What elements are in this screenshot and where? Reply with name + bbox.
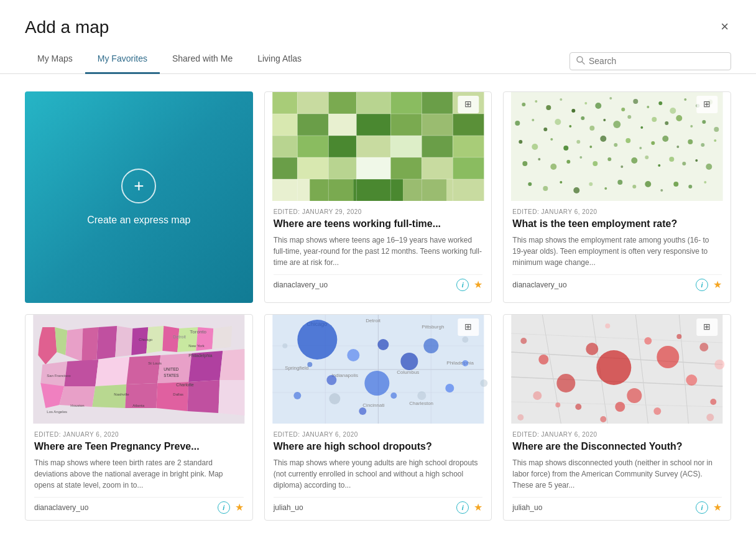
svg-text:Toronto: Toronto	[190, 329, 206, 335]
card-footer: dianaclavery_uo i ★	[512, 274, 722, 291]
svg-point-54	[572, 109, 576, 113]
card-author: juliah_uo	[274, 503, 303, 512]
svg-rect-17	[272, 136, 297, 157]
svg-point-231	[556, 402, 561, 407]
svg-rect-35	[446, 179, 484, 201]
svg-point-192	[326, 375, 336, 385]
card-actions: i ★	[456, 279, 482, 291]
svg-point-68	[544, 128, 548, 131]
svg-point-52	[546, 105, 551, 110]
info-button[interactable]: i	[696, 279, 708, 291]
star-button[interactable]: ★	[713, 501, 722, 513]
card-edited-date: EDITED: JANUARY 6, 2020	[512, 208, 722, 215]
card-edited-date: EDITED: JANUARY 6, 2020	[512, 431, 722, 438]
map-card[interactable]: ⊞ EDITED: JANUARY 29, 2020 Where are tee…	[264, 91, 492, 303]
info-button[interactable]: i	[456, 279, 469, 291]
info-button[interactable]: i	[218, 501, 230, 514]
info-button[interactable]: i	[696, 501, 708, 514]
tab-shared-with-me[interactable]: Shared with Me	[160, 49, 245, 74]
svg-rect-19	[328, 136, 356, 157]
info-button[interactable]: i	[456, 501, 469, 514]
svg-point-108	[645, 156, 649, 159]
card-footer: juliah_uo i ★	[274, 497, 483, 514]
svg-point-124	[674, 182, 679, 187]
card-description: This map shows the employment rate among…	[512, 235, 722, 268]
svg-point-89	[601, 136, 607, 142]
map-card[interactable]: San Francisco Los Angeles Chicago St Lou…	[25, 314, 253, 521]
svg-marker-141	[212, 326, 232, 349]
svg-text:⊞: ⊞	[464, 322, 472, 332]
star-button[interactable]: ★	[235, 501, 244, 513]
tab-living-atlas[interactable]: Living Atlas	[245, 49, 314, 74]
tabs-row: My Maps My Favorites Shared with Me Livi…	[0, 37, 756, 74]
svg-text:Cincinnati: Cincinnati	[362, 402, 384, 408]
svg-rect-29	[422, 157, 453, 179]
svg-point-112	[696, 159, 698, 162]
svg-rect-27	[356, 157, 390, 179]
star-button[interactable]: ★	[474, 501, 482, 513]
svg-point-95	[677, 146, 680, 148]
search-input[interactable]	[589, 56, 724, 66]
star-button[interactable]: ★	[474, 279, 482, 290]
svg-marker-144	[95, 357, 129, 386]
map-card[interactable]: ⊞ EDITED: JANUARY 6, 2020 What is the te…	[503, 91, 731, 303]
card-author: dianaclavery_uo	[34, 503, 88, 512]
card-title: Where are the Disconnected Youth?	[512, 440, 722, 453]
tab-my-maps[interactable]: My Maps	[25, 49, 85, 74]
svg-point-58	[622, 108, 625, 111]
card-edited-date: EDITED: JANUARY 6, 2020	[34, 431, 244, 438]
svg-point-88	[590, 146, 592, 148]
svg-point-120	[618, 180, 623, 185]
svg-point-79	[676, 115, 683, 121]
svg-point-230	[521, 338, 527, 344]
close-button[interactable]: ×	[718, 17, 731, 36]
svg-text:⊞: ⊞	[464, 99, 472, 109]
svg-point-67	[532, 119, 535, 121]
svg-rect-49	[512, 92, 723, 201]
svg-point-73	[604, 119, 606, 121]
svg-text:Springfield: Springfield	[285, 365, 308, 371]
map-card[interactable]: Chicago Detroit Pittsburgh Philadelphia …	[264, 314, 492, 521]
svg-point-106	[621, 165, 624, 168]
svg-text:Pittsburgh: Pittsburgh	[422, 324, 444, 330]
map-card[interactable]: ⊞ EDITED: JANUARY 6, 2020 Where are the …	[503, 314, 731, 521]
svg-rect-11	[297, 114, 328, 136]
svg-marker-143	[64, 360, 98, 386]
svg-rect-28	[390, 157, 422, 179]
svg-rect-10	[272, 114, 297, 136]
svg-point-116	[560, 181, 563, 183]
star-button[interactable]: ★	[713, 279, 722, 290]
svg-point-62	[670, 108, 676, 114]
svg-point-204	[282, 343, 287, 348]
card-edited-date: EDITED: JANUARY 6, 2020	[274, 431, 483, 438]
cards-grid: + Create an express map	[0, 74, 756, 538]
svg-rect-4	[297, 92, 328, 114]
svg-point-189	[364, 371, 389, 396]
tab-my-favorites[interactable]: My Favorites	[85, 49, 160, 74]
svg-point-103	[580, 156, 583, 159]
svg-point-226	[615, 402, 625, 412]
svg-point-83	[519, 140, 523, 144]
svg-point-100	[538, 158, 541, 160]
svg-rect-14	[390, 114, 422, 136]
svg-text:STATES: STATES	[164, 373, 179, 378]
svg-point-91	[626, 138, 631, 143]
svg-point-78	[665, 121, 669, 125]
svg-point-217	[597, 350, 632, 385]
svg-point-188	[297, 320, 337, 360]
express-map-card[interactable]: + Create an express map	[25, 91, 253, 303]
express-card-content[interactable]: + Create an express map	[25, 91, 253, 303]
card-thumbnail: Chicago Detroit Pittsburgh Philadelphia …	[265, 315, 492, 424]
svg-point-60	[647, 106, 650, 108]
svg-point-104	[593, 161, 598, 166]
express-card-label: Create an express map	[87, 215, 190, 226]
svg-point-220	[627, 388, 642, 403]
card-body: EDITED: JANUARY 6, 2020 What is the teen…	[504, 201, 731, 297]
svg-marker-131	[55, 327, 67, 355]
svg-point-193	[423, 338, 438, 353]
svg-rect-34	[403, 179, 446, 201]
svg-point-118	[589, 182, 593, 186]
card-actions: i ★	[696, 501, 722, 514]
express-plus-icon: +	[121, 169, 156, 203]
card-body: EDITED: JANUARY 6, 2020 Where are Teen P…	[25, 424, 252, 520]
